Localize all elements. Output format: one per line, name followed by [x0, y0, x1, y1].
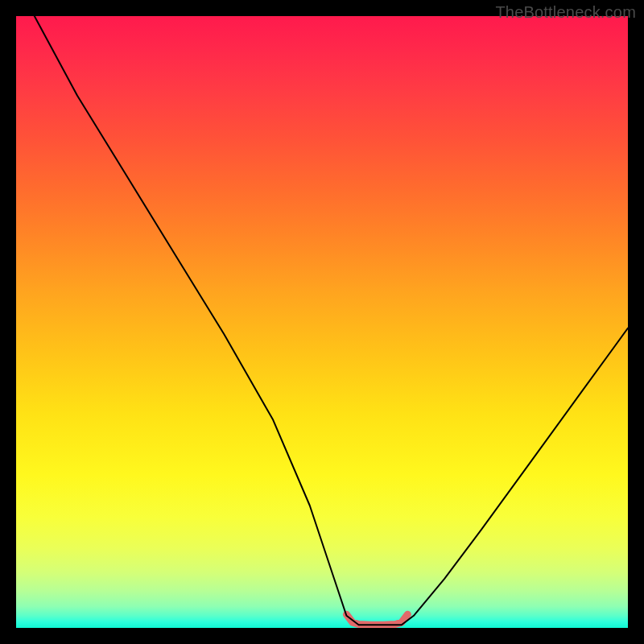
- chart-container: TheBottleneck.com: [0, 0, 644, 644]
- chart-svg: [16, 16, 628, 628]
- curve-line: [35, 16, 628, 625]
- watermark-text: TheBottleneck.com: [495, 3, 636, 22]
- valley-band: [346, 614, 407, 625]
- plot-area: [16, 16, 628, 628]
